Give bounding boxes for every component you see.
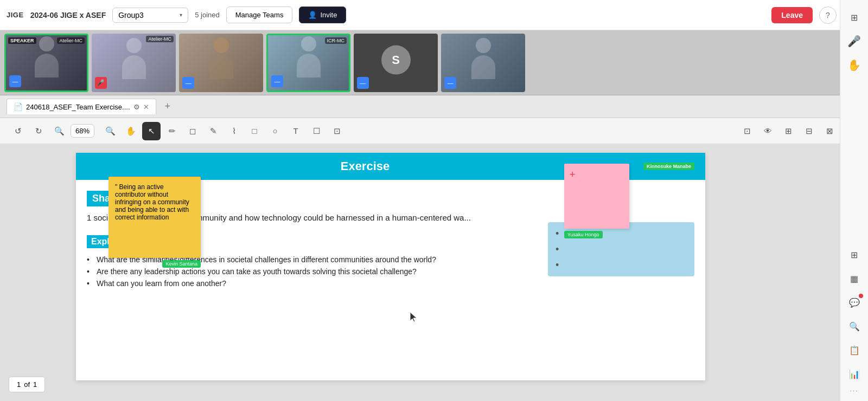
eraser-tool-button[interactable]: ◻ xyxy=(183,122,202,140)
mic-mute-icon: 🎤 xyxy=(847,35,861,48)
svg-marker-0 xyxy=(410,312,417,322)
sticky-pink[interactable]: + Yusaku Hongo xyxy=(564,164,629,229)
zoom-display[interactable]: 68% xyxy=(71,124,94,138)
current-page: 1 xyxy=(17,380,21,389)
joined-count: 5 joined xyxy=(195,11,220,19)
mute-badge-3: — xyxy=(182,77,194,89)
yusaku-label: Yusaku Hongo xyxy=(564,231,603,238)
toolbar: ↺ ↻ 🔍 68% 🔍 ✋ ↖ ✏ ◻ ✎ ⌇ □ ○ T ☐ ⊡ ⊡ 👁 ⊞ … xyxy=(0,118,868,144)
cursor-pointer xyxy=(410,312,418,324)
video-tile-6[interactable]: — xyxy=(441,34,525,92)
video-tile-3[interactable]: — xyxy=(179,34,263,92)
video-tile-1[interactable]: SPEAKER Atelier-MC — xyxy=(4,34,88,92)
person-add-icon: 👤 xyxy=(308,11,317,19)
chat-icon-btn[interactable]: 💬 xyxy=(844,292,865,313)
gallery-icon-btn[interactable]: ▦ xyxy=(844,268,865,289)
doc-tab-bar: 📄 240618_ASEF_Team Exercise.... ⚙ ✕ + xyxy=(0,95,868,118)
total-pages: 1 xyxy=(33,380,37,389)
zoom-out-button[interactable]: 🔍 xyxy=(50,122,68,140)
mute-badge-6: — xyxy=(444,77,456,89)
search-icon: 🔍 xyxy=(849,321,860,332)
video-tile-4[interactable]: ICR-MC — xyxy=(266,34,350,92)
doc-tab-settings-icon[interactable]: ⚙ xyxy=(133,103,140,111)
tile2-label: Atelier-MC xyxy=(146,36,174,42)
rect-tool-button[interactable]: □ xyxy=(245,122,264,140)
table-icon-btn[interactable]: ⊞ xyxy=(844,244,865,266)
mic-mute-icon-btn[interactable]: 🎤 xyxy=(844,30,865,52)
table-insert-button[interactable]: ⊠ xyxy=(820,122,839,140)
page-indicator: 1 of 1 xyxy=(9,377,45,392)
doc-tab-name: 240618_ASEF_Team Exercise.... xyxy=(26,103,130,111)
kinnosuke-cursor-label: Kinnosuke Manabe xyxy=(643,163,694,170)
eye-button[interactable]: 👁 xyxy=(758,122,777,140)
clipboard-icon-btn[interactable]: 📋 xyxy=(844,339,865,361)
video-tile-2[interactable]: Atelier-MC 🎤 xyxy=(92,34,176,92)
circle-tool-button[interactable]: ○ xyxy=(266,122,284,140)
add-tab-button[interactable]: + xyxy=(161,99,175,114)
invite-button[interactable]: 👤 Invite xyxy=(299,7,346,23)
mute-badge-4: — xyxy=(271,75,283,87)
image-tool-button[interactable]: ⊡ xyxy=(328,122,346,140)
data-icon: 📊 xyxy=(849,369,860,379)
clipboard-icon: 📋 xyxy=(849,345,860,355)
undo-button[interactable]: ↺ xyxy=(9,122,27,140)
highlighter-tool-button[interactable]: ✎ xyxy=(204,122,222,140)
manage-teams-button[interactable]: Manage Teams xyxy=(226,7,293,23)
tile5-avatar: S xyxy=(381,45,411,74)
mute-badge-2: 🎤 xyxy=(95,77,107,89)
leave-button[interactable]: Leave xyxy=(771,7,813,23)
zoom-level: 68% xyxy=(75,127,90,135)
top-bar: JIGE 2024-06 JIGE x ASEF Group3 ▾ 5 join… xyxy=(0,0,868,30)
chat-notification-badge xyxy=(859,294,863,298)
hand-raise-icon: ✋ xyxy=(847,59,861,72)
layout-icon-btn[interactable]: ⊞ xyxy=(844,7,865,28)
explore-item-3: What can you learn from one another? xyxy=(87,277,694,289)
select-tool-button[interactable]: ↖ xyxy=(142,122,161,140)
select-all-button[interactable]: ⊡ xyxy=(738,122,756,140)
right-panel: ⊞ 🎤 ✋ ⊞ ▦ 💬 🔍 📋 📊 ··· xyxy=(840,0,868,401)
explore-list: What are the similarities/differences in… xyxy=(87,254,694,290)
line-tool-button[interactable]: ⌇ xyxy=(225,122,243,140)
plus-icon: + xyxy=(570,169,576,180)
tile4-label: ICR-MC xyxy=(325,37,347,44)
sticky-yellow[interactable]: Kevin Santana " Being an active contribu… xyxy=(108,177,201,258)
mute-badge-1: — xyxy=(9,75,21,87)
help-button[interactable]: ? xyxy=(819,7,837,24)
header-exercise-text: Exercise xyxy=(341,159,390,173)
logo: JIGE xyxy=(7,11,24,19)
chevron-down-icon: ▾ xyxy=(180,12,182,18)
table-icon: ⊞ xyxy=(851,250,858,260)
more-dots[interactable]: ··· xyxy=(850,387,858,394)
hand-raise-icon-btn[interactable]: ✋ xyxy=(844,54,865,76)
mute-badge-5: — xyxy=(357,77,369,89)
kevin-label: Kevin Santana xyxy=(162,260,201,268)
sticky-yellow-text: " Being an active contributor without in… xyxy=(115,183,189,221)
zoom-in-button[interactable]: 🔍 xyxy=(101,122,119,140)
data-icon-btn[interactable]: 📊 xyxy=(844,363,865,385)
doc-tab[interactable]: 📄 240618_ASEF_Team Exercise.... ⚙ ✕ xyxy=(7,99,156,114)
doc-tab-file-icon: 📄 xyxy=(14,102,23,111)
canvas-area[interactable]: Exercise Kinnosuke Manabe Share in group… xyxy=(0,144,868,401)
zoom-fit-button[interactable]: ⊞ xyxy=(779,122,797,140)
frame-tool-button[interactable]: ☐ xyxy=(307,122,326,140)
pen-tool-button[interactable]: ✏ xyxy=(163,122,181,140)
group-selector[interactable]: Group3 ▾ xyxy=(112,8,188,23)
chat-icon: 💬 xyxy=(849,297,860,308)
gallery-icon: ▦ xyxy=(850,274,858,284)
page-of-label: of xyxy=(24,380,30,389)
video-tile-5[interactable]: S — xyxy=(354,34,438,92)
search-icon-btn[interactable]: 🔍 xyxy=(844,315,865,337)
help-icon: ? xyxy=(826,11,830,20)
layout-icon: ⊞ xyxy=(851,12,858,23)
hand-tool-button[interactable]: ✋ xyxy=(122,122,140,140)
video-strip: SPEAKER Atelier-MC — Atelier-MC 🎤 — ICR-… xyxy=(0,30,868,95)
session-title: 2024-06 JIGE x ASEF xyxy=(30,11,106,20)
text-tool-button[interactable]: T xyxy=(286,122,305,140)
invite-label: Invite xyxy=(320,11,337,19)
doc-tab-close-icon[interactable]: ✕ xyxy=(143,103,149,111)
connect-button[interactable]: ⊟ xyxy=(800,122,818,140)
group-name: Group3 xyxy=(118,11,144,20)
redo-button[interactable]: ↻ xyxy=(29,122,48,140)
